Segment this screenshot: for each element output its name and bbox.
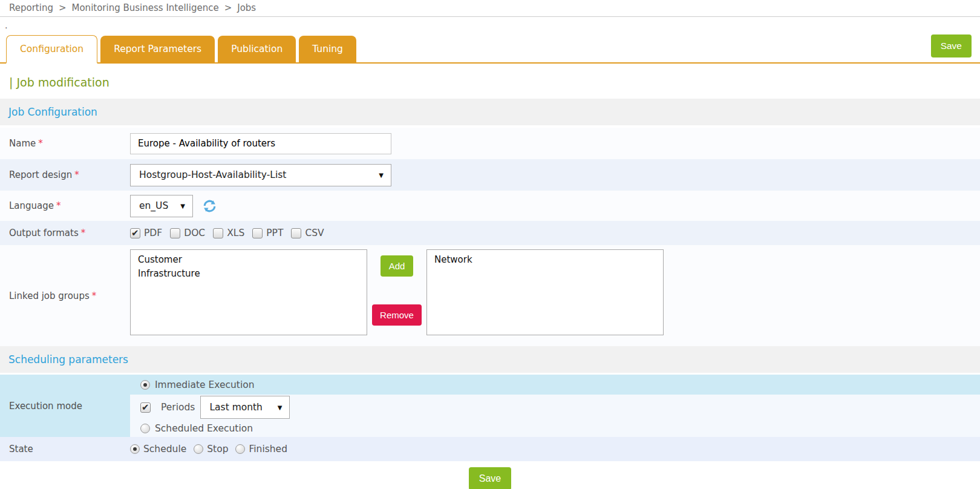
csv-checkbox[interactable]	[291, 228, 301, 238]
report-design-label: Report design*	[0, 169, 130, 180]
breadcrumb: Reporting>Monitoring Business Intelligen…	[0, 0, 980, 17]
tab-configuration[interactable]: Configuration	[6, 35, 97, 64]
list-item[interactable]: Infrastructure	[131, 267, 367, 281]
tab-tuning[interactable]: Tuning	[299, 36, 356, 62]
report-design-select[interactable]: Hostgroup-Host-Availability-List ▼	[130, 164, 391, 186]
report-design-selected-value: Hostgroup-Host-Availability-List	[139, 169, 286, 180]
row-name: Name*	[0, 128, 980, 159]
state-option-finished: Finished	[235, 444, 287, 455]
tab-publication[interactable]: Publication	[218, 36, 296, 62]
schedule-radio[interactable]	[130, 444, 140, 454]
scheduled-execution-radio[interactable]	[140, 424, 150, 433]
xls-checkbox[interactable]	[213, 228, 223, 238]
periods-option: Periods Last month ▼	[130, 395, 980, 420]
name-input[interactable]	[130, 133, 391, 154]
periods-checkbox[interactable]	[140, 402, 151, 413]
format-pdf: PDF	[130, 228, 162, 238]
breadcrumb-separator: >	[53, 2, 72, 13]
section-scheduling-parameters: Scheduling parameters	[0, 346, 980, 373]
linked-groups-buttons: Add Remove	[367, 249, 426, 342]
immediate-execution-label: Immediate Execution	[155, 379, 255, 390]
pdf-checkbox[interactable]	[130, 228, 140, 238]
doc-checkbox[interactable]	[170, 228, 180, 238]
add-button[interactable]: Add	[381, 255, 414, 277]
name-label: Name*	[0, 138, 130, 149]
finished-label: Finished	[249, 444, 287, 455]
row-linked-job-groups: Linked job groups* Customer Infrastructu…	[0, 245, 980, 346]
selected-job-groups-listbox[interactable]: Network	[426, 249, 664, 335]
language-selected-value: en_US	[139, 200, 168, 211]
finished-radio[interactable]	[235, 444, 245, 454]
breadcrumb-separator: >	[219, 2, 238, 13]
xls-label: XLS	[227, 228, 244, 238]
schedule-label: Schedule	[143, 444, 186, 455]
tab-bar: Configuration Report Parameters Publicat…	[0, 31, 980, 64]
ppt-checkbox[interactable]	[252, 228, 263, 238]
required-asterisk: *	[92, 290, 97, 301]
csv-label: CSV	[305, 228, 324, 238]
scheduled-execution-label: Scheduled Execution	[155, 423, 253, 434]
stray-dot: .	[0, 17, 980, 31]
required-asterisk: *	[38, 138, 43, 149]
list-item[interactable]: Customer	[131, 253, 367, 267]
immediate-execution-option: Immediate Execution	[130, 375, 980, 395]
immediate-execution-radio[interactable]	[140, 380, 150, 390]
linked-job-groups-label: Linked job groups*	[0, 249, 130, 342]
scheduled-execution-option: Scheduled Execution	[130, 420, 980, 437]
list-item[interactable]: Network	[427, 253, 663, 267]
state-option-schedule: Schedule	[130, 444, 186, 455]
period-selected-value: Last month	[209, 402, 263, 413]
available-job-groups-listbox[interactable]: Customer Infrastructure	[130, 249, 367, 335]
format-csv: CSV	[291, 228, 324, 238]
period-select[interactable]: Last month ▼	[200, 396, 290, 419]
periods-label: Periods	[161, 402, 195, 413]
required-asterisk: *	[56, 200, 61, 211]
required-asterisk: *	[81, 228, 86, 238]
remove-button[interactable]: Remove	[372, 304, 422, 326]
tab-report-parameters[interactable]: Report Parameters	[100, 36, 215, 62]
state-label: State	[0, 444, 130, 455]
format-xls: XLS	[213, 228, 244, 238]
ppt-label: PPT	[266, 228, 283, 238]
output-formats-label: Output formats*	[0, 228, 130, 238]
language-label: Language*	[0, 200, 130, 211]
stop-radio[interactable]	[194, 444, 203, 454]
row-output-formats: Output formats* PDF DOC XLS PPT CSV	[0, 221, 980, 245]
output-formats-group: PDF DOC XLS PPT CSV	[130, 228, 324, 238]
chevron-down-icon: ▼	[172, 203, 185, 209]
format-ppt: PPT	[252, 228, 283, 238]
breadcrumb-item-reporting[interactable]: Reporting	[9, 2, 53, 13]
save-button-bottom[interactable]: Save	[469, 467, 511, 489]
chevron-down-icon: ▼	[269, 404, 283, 411]
chevron-down-icon: ▼	[370, 172, 384, 179]
refresh-icon[interactable]	[201, 198, 218, 214]
row-report-design: Report design* Hostgroup-Host-Availabili…	[0, 159, 980, 191]
save-button-top[interactable]: Save	[931, 34, 972, 57]
breadcrumb-item-mbi[interactable]: Monitoring Business Intelligence	[72, 2, 219, 13]
row-execution-mode: Execution mode Immediate Execution Perio…	[0, 375, 980, 437]
language-select[interactable]: en_US ▼	[130, 195, 193, 217]
breadcrumb-item-jobs[interactable]: Jobs	[237, 2, 256, 13]
execution-mode-options: Immediate Execution Periods Last month ▼…	[130, 375, 980, 437]
format-doc: DOC	[170, 228, 205, 238]
required-asterisk: *	[74, 169, 79, 180]
page-title: | Job modification	[9, 76, 980, 89]
section-job-configuration: Job Configuration	[0, 99, 980, 125]
pdf-label: PDF	[144, 228, 162, 238]
row-language: Language* en_US ▼	[0, 191, 980, 221]
state-option-stop: Stop	[194, 444, 228, 455]
stop-label: Stop	[207, 444, 228, 455]
state-options: Schedule Stop Finished	[130, 444, 291, 455]
row-state: State Schedule Stop Finished	[0, 437, 980, 461]
footer: Save	[0, 461, 980, 489]
doc-label: DOC	[184, 228, 205, 238]
execution-mode-label: Execution mode	[0, 375, 130, 437]
